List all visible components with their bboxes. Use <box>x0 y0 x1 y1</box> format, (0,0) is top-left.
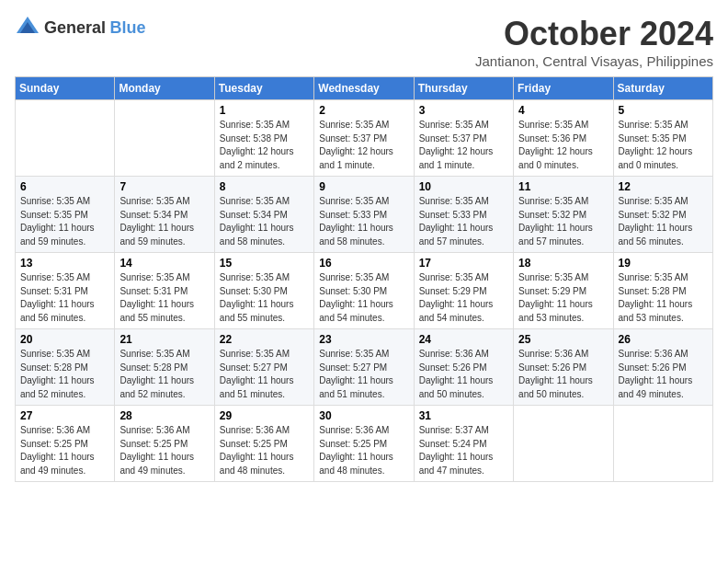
calendar-cell: 18Sunrise: 5:35 AM Sunset: 5:29 PM Dayli… <box>514 253 613 329</box>
calendar-cell <box>613 406 712 482</box>
day-number: 13 <box>20 257 109 270</box>
day-info: Sunrise: 5:36 AM Sunset: 5:25 PM Dayligh… <box>20 424 109 477</box>
calendar-cell: 17Sunrise: 5:35 AM Sunset: 5:29 PM Dayli… <box>414 253 513 329</box>
logo-general: General <box>44 18 106 37</box>
calendar-cell: 11Sunrise: 5:35 AM Sunset: 5:32 PM Dayli… <box>514 177 613 253</box>
day-number: 18 <box>518 257 608 270</box>
day-number: 1 <box>220 104 309 117</box>
week-row-1: 1Sunrise: 5:35 AM Sunset: 5:38 PM Daylig… <box>16 100 713 177</box>
day-number: 20 <box>20 333 109 346</box>
day-number: 10 <box>419 180 508 193</box>
title-block: October 2024 Jantianon, Central Visayas,… <box>475 15 713 69</box>
day-number: 19 <box>619 257 708 270</box>
weekday-friday: Friday <box>514 77 613 100</box>
day-info: Sunrise: 5:36 AM Sunset: 5:25 PM Dayligh… <box>220 424 309 477</box>
day-info: Sunrise: 5:35 AM Sunset: 5:28 PM Dayligh… <box>20 348 109 401</box>
day-number: 30 <box>319 409 408 422</box>
day-number: 29 <box>220 409 309 422</box>
calendar-cell: 10Sunrise: 5:35 AM Sunset: 5:33 PM Dayli… <box>414 177 513 253</box>
weekday-saturday: Saturday <box>613 77 712 100</box>
day-info: Sunrise: 5:35 AM Sunset: 5:34 PM Dayligh… <box>220 195 309 248</box>
calendar-cell: 16Sunrise: 5:35 AM Sunset: 5:30 PM Dayli… <box>314 253 414 329</box>
calendar-cell: 7Sunrise: 5:35 AM Sunset: 5:34 PM Daylig… <box>115 177 214 253</box>
day-info: Sunrise: 5:35 AM Sunset: 5:37 PM Dayligh… <box>419 119 508 172</box>
weekday-header-row: SundayMondayTuesdayWednesdayThursdayFrid… <box>16 77 713 100</box>
day-number: 28 <box>119 409 209 422</box>
day-number: 2 <box>319 104 408 117</box>
day-info: Sunrise: 5:35 AM Sunset: 5:36 PM Dayligh… <box>518 119 608 172</box>
calendar-cell <box>115 100 214 177</box>
day-info: Sunrise: 5:35 AM Sunset: 5:31 PM Dayligh… <box>20 271 109 325</box>
day-number: 27 <box>20 409 109 422</box>
logo-blue: Blue <box>110 18 146 37</box>
day-number: 17 <box>419 257 508 270</box>
day-number: 31 <box>419 409 508 422</box>
day-info: Sunrise: 5:35 AM Sunset: 5:27 PM Dayligh… <box>220 348 309 401</box>
month-title: October 2024 <box>475 15 713 53</box>
calendar-cell: 22Sunrise: 5:35 AM Sunset: 5:27 PM Dayli… <box>214 329 313 406</box>
calendar-table: SundayMondayTuesdayWednesdayThursdayFrid… <box>15 76 713 482</box>
calendar-cell: 23Sunrise: 5:35 AM Sunset: 5:27 PM Dayli… <box>314 329 414 406</box>
day-info: Sunrise: 5:35 AM Sunset: 5:34 PM Dayligh… <box>119 195 209 248</box>
day-number: 16 <box>319 257 408 270</box>
day-number: 21 <box>119 333 209 346</box>
day-info: Sunrise: 5:35 AM Sunset: 5:28 PM Dayligh… <box>119 348 209 401</box>
day-number: 26 <box>619 333 708 346</box>
logo-icon <box>15 15 40 40</box>
calendar-cell: 26Sunrise: 5:36 AM Sunset: 5:26 PM Dayli… <box>613 329 712 406</box>
day-info: Sunrise: 5:36 AM Sunset: 5:26 PM Dayligh… <box>619 348 708 401</box>
calendar-body: 1Sunrise: 5:35 AM Sunset: 5:38 PM Daylig… <box>16 100 713 482</box>
day-info: Sunrise: 5:35 AM Sunset: 5:30 PM Dayligh… <box>319 271 408 325</box>
day-info: Sunrise: 5:35 AM Sunset: 5:29 PM Dayligh… <box>518 271 608 325</box>
day-info: Sunrise: 5:35 AM Sunset: 5:27 PM Dayligh… <box>319 348 408 401</box>
day-number: 4 <box>518 104 608 117</box>
calendar-cell: 28Sunrise: 5:36 AM Sunset: 5:25 PM Dayli… <box>115 406 214 482</box>
calendar-cell: 14Sunrise: 5:35 AM Sunset: 5:31 PM Dayli… <box>115 253 214 329</box>
weekday-thursday: Thursday <box>414 77 513 100</box>
day-info: Sunrise: 5:36 AM Sunset: 5:26 PM Dayligh… <box>518 348 608 401</box>
calendar-cell: 31Sunrise: 5:37 AM Sunset: 5:24 PM Dayli… <box>414 406 513 482</box>
calendar-cell: 13Sunrise: 5:35 AM Sunset: 5:31 PM Dayli… <box>16 253 115 329</box>
weekday-sunday: Sunday <box>16 77 115 100</box>
weekday-wednesday: Wednesday <box>314 77 414 100</box>
day-info: Sunrise: 5:37 AM Sunset: 5:24 PM Dayligh… <box>419 424 508 477</box>
day-number: 7 <box>119 180 209 193</box>
location: Jantianon, Central Visayas, Philippines <box>475 53 713 69</box>
day-number: 8 <box>220 180 309 193</box>
calendar-cell: 6Sunrise: 5:35 AM Sunset: 5:35 PM Daylig… <box>16 177 115 253</box>
day-number: 23 <box>319 333 408 346</box>
week-row-3: 13Sunrise: 5:35 AM Sunset: 5:31 PM Dayli… <box>16 253 713 329</box>
calendar-cell: 12Sunrise: 5:35 AM Sunset: 5:32 PM Dayli… <box>613 177 712 253</box>
day-info: Sunrise: 5:35 AM Sunset: 5:32 PM Dayligh… <box>518 195 608 248</box>
calendar-cell: 3Sunrise: 5:35 AM Sunset: 5:37 PM Daylig… <box>414 100 513 177</box>
calendar-cell: 2Sunrise: 5:35 AM Sunset: 5:37 PM Daylig… <box>314 100 414 177</box>
day-info: Sunrise: 5:35 AM Sunset: 5:31 PM Dayligh… <box>119 271 209 325</box>
day-info: Sunrise: 5:35 AM Sunset: 5:33 PM Dayligh… <box>319 195 408 248</box>
calendar-cell: 20Sunrise: 5:35 AM Sunset: 5:28 PM Dayli… <box>16 329 115 406</box>
day-info: Sunrise: 5:35 AM Sunset: 5:35 PM Dayligh… <box>619 119 708 172</box>
calendar-cell: 15Sunrise: 5:35 AM Sunset: 5:30 PM Dayli… <box>214 253 313 329</box>
weekday-monday: Monday <box>115 77 214 100</box>
page-header: General Blue October 2024 Jantianon, Cen… <box>15 15 713 69</box>
day-number: 25 <box>518 333 608 346</box>
calendar-cell: 8Sunrise: 5:35 AM Sunset: 5:34 PM Daylig… <box>214 177 313 253</box>
day-info: Sunrise: 5:35 AM Sunset: 5:38 PM Dayligh… <box>220 119 309 172</box>
calendar-cell: 30Sunrise: 5:36 AM Sunset: 5:25 PM Dayli… <box>314 406 414 482</box>
day-number: 9 <box>319 180 408 193</box>
day-info: Sunrise: 5:35 AM Sunset: 5:37 PM Dayligh… <box>319 119 408 172</box>
calendar-cell: 1Sunrise: 5:35 AM Sunset: 5:38 PM Daylig… <box>214 100 313 177</box>
day-info: Sunrise: 5:35 AM Sunset: 5:30 PM Dayligh… <box>220 271 309 325</box>
calendar-cell: 19Sunrise: 5:35 AM Sunset: 5:28 PM Dayli… <box>613 253 712 329</box>
day-number: 15 <box>220 257 309 270</box>
day-info: Sunrise: 5:35 AM Sunset: 5:32 PM Dayligh… <box>619 195 708 248</box>
weekday-tuesday: Tuesday <box>214 77 313 100</box>
day-number: 3 <box>419 104 508 117</box>
day-number: 22 <box>220 333 309 346</box>
day-number: 5 <box>619 104 708 117</box>
calendar-cell: 25Sunrise: 5:36 AM Sunset: 5:26 PM Dayli… <box>514 329 613 406</box>
day-number: 6 <box>20 180 109 193</box>
day-info: Sunrise: 5:35 AM Sunset: 5:29 PM Dayligh… <box>419 271 508 325</box>
calendar-cell: 9Sunrise: 5:35 AM Sunset: 5:33 PM Daylig… <box>314 177 414 253</box>
calendar-cell: 24Sunrise: 5:36 AM Sunset: 5:26 PM Dayli… <box>414 329 513 406</box>
calendar-cell: 29Sunrise: 5:36 AM Sunset: 5:25 PM Dayli… <box>214 406 313 482</box>
